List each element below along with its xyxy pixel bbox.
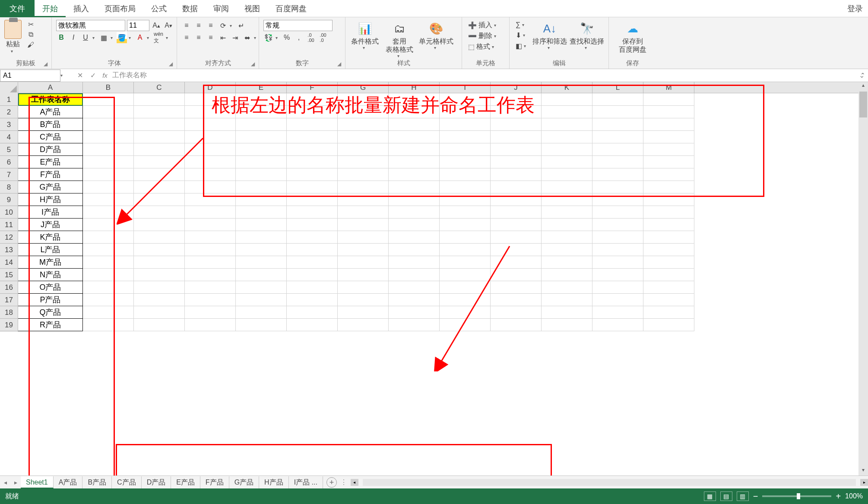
cell[interactable] <box>287 244 338 256</box>
cell[interactable] <box>440 319 491 331</box>
cell[interactable] <box>542 256 592 269</box>
cell[interactable] <box>542 281 592 294</box>
view-normal-icon[interactable]: ▦ <box>704 491 716 501</box>
cell[interactable] <box>287 319 338 331</box>
select-all-button[interactable] <box>0 82 18 93</box>
number-dialog-launcher[interactable]: ◢ <box>337 61 343 67</box>
cell[interactable] <box>134 219 185 231</box>
cell[interactable] <box>134 294 185 306</box>
menu-tab-data[interactable]: 数据 <box>174 0 206 17</box>
bold-button[interactable]: B <box>56 32 67 43</box>
cell[interactable] <box>338 269 389 281</box>
font-dialog-launcher[interactable]: ◢ <box>169 61 175 67</box>
cell[interactable] <box>236 206 287 219</box>
cell[interactable] <box>491 306 542 319</box>
cell-styles-button[interactable]: 🎨 单元格样式▾ <box>419 20 453 50</box>
increase-indent-icon[interactable]: ⇥ <box>230 32 240 43</box>
cell[interactable] <box>643 219 694 231</box>
cell[interactable] <box>236 319 287 331</box>
row-header[interactable]: 7 <box>0 168 18 181</box>
cell[interactable] <box>134 156 185 168</box>
conditional-format-button[interactable]: 📊 条件格式▾ <box>350 20 380 50</box>
cell[interactable] <box>542 206 592 219</box>
vscroll-down[interactable]: ▾ <box>858 467 868 475</box>
cell[interactable] <box>389 206 440 219</box>
cell[interactable] <box>440 244 491 256</box>
cell[interactable] <box>134 319 185 331</box>
cell[interactable] <box>440 219 491 231</box>
cell[interactable] <box>185 219 236 231</box>
decrease-indent-icon[interactable]: ⇤ <box>218 32 228 43</box>
cell[interactable] <box>185 319 236 331</box>
row-header[interactable]: 18 <box>0 306 18 319</box>
cell[interactable] <box>643 306 694 319</box>
sheet-tab[interactable]: D产品 <box>142 476 171 488</box>
insert-cells-button[interactable]: ➕插入 ▾ <box>466 20 505 31</box>
cell[interactable] <box>338 281 389 294</box>
cell[interactable] <box>287 306 338 319</box>
align-middle-icon[interactable]: ≡ <box>193 20 204 31</box>
cell[interactable] <box>643 319 694 331</box>
enter-formula-icon[interactable]: ✓ <box>86 71 99 79</box>
delete-cells-button[interactable]: ➖删除 ▾ <box>466 31 505 41</box>
row-header[interactable]: 3 <box>0 118 18 131</box>
cell[interactable] <box>134 193 185 206</box>
sheet-nav-prev[interactable]: ◂ <box>0 479 10 486</box>
formula-input[interactable] <box>111 70 855 81</box>
cell[interactable] <box>185 256 236 269</box>
merge-center-icon[interactable]: ⬌ <box>242 32 252 43</box>
cell[interactable] <box>134 131 185 143</box>
cell[interactable] <box>643 231 694 244</box>
sheet-tab[interactable]: C产品 <box>112 476 142 488</box>
menu-tab-formulas[interactable]: 公式 <box>143 0 174 17</box>
format-painter-icon[interactable]: 🖌 <box>26 41 35 49</box>
menu-tab-layout[interactable]: 页面布局 <box>97 0 143 17</box>
sheet-tab[interactable]: F产品 <box>200 476 229 488</box>
sheet-tab[interactable]: A产品 <box>54 476 83 488</box>
row-header[interactable]: 12 <box>0 231 18 244</box>
borders-button[interactable]: ▦ <box>98 32 109 43</box>
menu-tab-view[interactable]: 视图 <box>237 0 268 17</box>
paste-button[interactable]: 粘贴 ▾ <box>4 20 22 54</box>
cell[interactable] <box>236 269 287 281</box>
cell[interactable] <box>134 281 185 294</box>
sheet-nav-next[interactable]: ▸ <box>10 479 21 486</box>
vscroll-thumb[interactable] <box>859 92 867 117</box>
cell[interactable] <box>236 244 287 256</box>
cell[interactable] <box>592 269 643 281</box>
row-header[interactable]: 6 <box>0 156 18 168</box>
cell[interactable] <box>236 294 287 306</box>
cell[interactable] <box>134 168 185 181</box>
hscroll-track[interactable] <box>363 479 856 486</box>
vertical-scrollbar[interactable]: ▴ ▾ <box>858 82 868 475</box>
cell[interactable] <box>592 219 643 231</box>
cell[interactable] <box>440 294 491 306</box>
login-link[interactable]: 登录 <box>847 3 868 14</box>
fill-button[interactable]: ⬇▾ <box>514 30 530 40</box>
cell[interactable] <box>287 206 338 219</box>
cell[interactable] <box>134 306 185 319</box>
cell[interactable] <box>592 281 643 294</box>
sheet-tab[interactable]: Sheet1 <box>21 476 54 488</box>
row-header[interactable]: 5 <box>0 143 18 156</box>
italic-button[interactable]: I <box>68 32 79 43</box>
align-dialog-launcher[interactable]: ◢ <box>251 61 257 67</box>
cell[interactable] <box>185 306 236 319</box>
clear-button[interactable]: ◧▾ <box>514 41 530 51</box>
col-header[interactable]: A <box>18 82 83 93</box>
autosum-button[interactable]: ∑▾ <box>514 20 530 29</box>
zoom-out-button[interactable]: − <box>753 491 758 501</box>
increase-decimal-icon[interactable]: .0.00 <box>306 32 316 43</box>
cell[interactable] <box>643 256 694 269</box>
row-header[interactable]: 16 <box>0 281 18 294</box>
cell[interactable] <box>491 231 542 244</box>
row-header[interactable]: 19 <box>0 319 18 331</box>
cell[interactable] <box>440 269 491 281</box>
percent-icon[interactable]: % <box>282 32 292 43</box>
cell[interactable] <box>338 256 389 269</box>
cell[interactable] <box>643 281 694 294</box>
cell[interactable] <box>185 244 236 256</box>
zoom-level[interactable]: 100% <box>845 492 863 500</box>
cut-icon[interactable]: ✂ <box>26 20 35 29</box>
increase-font-icon[interactable]: A▴ <box>151 20 162 31</box>
